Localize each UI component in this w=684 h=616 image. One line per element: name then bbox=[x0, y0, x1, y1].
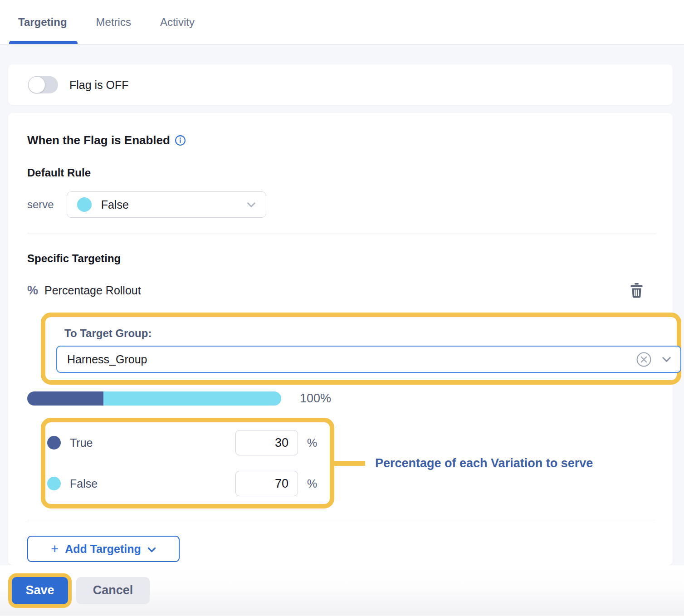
serve-label: serve bbox=[27, 198, 54, 211]
bar-segment-true bbox=[27, 391, 103, 406]
default-rule-heading: Default Rule bbox=[27, 166, 656, 179]
percentage-rollout-header: % Percentage Rollout bbox=[27, 283, 656, 298]
trash-icon[interactable] bbox=[630, 283, 643, 298]
percent-icon: % bbox=[27, 284, 38, 298]
info-icon[interactable] bbox=[175, 135, 186, 146]
divider bbox=[27, 234, 656, 234]
percentage-rollout-title: Percentage Rollout bbox=[44, 284, 141, 297]
target-group-label: To Target Group: bbox=[64, 327, 668, 340]
cancel-button[interactable]: Cancel bbox=[76, 577, 150, 604]
variation-false-name: False bbox=[70, 477, 98, 490]
variation-true-dot bbox=[47, 436, 61, 450]
tab-targeting[interactable]: Targeting bbox=[18, 0, 67, 44]
percent-sign: % bbox=[307, 477, 319, 490]
variations-highlight-box: True % False % bbox=[41, 418, 334, 508]
divider bbox=[27, 520, 656, 520]
target-group-value: Harness_Group bbox=[67, 353, 147, 366]
annotation-connector-line bbox=[334, 461, 365, 466]
clear-selection-icon[interactable] bbox=[636, 352, 652, 367]
variation-false-dot bbox=[47, 477, 61, 490]
save-button[interactable]: Save bbox=[12, 577, 68, 604]
when-flag-enabled-heading: When the Flag is Enabled bbox=[27, 133, 656, 147]
default-variation-value: False bbox=[101, 198, 129, 211]
plus-icon: + bbox=[51, 543, 59, 556]
variation-color-dot bbox=[77, 197, 92, 212]
variations-annotation-row: True % False % Percentage of each Variat… bbox=[27, 406, 656, 508]
flag-state-card: Flag is OFF bbox=[8, 64, 673, 105]
default-rule-row: serve False bbox=[27, 191, 656, 218]
add-targeting-label: Add Targeting bbox=[65, 543, 141, 556]
target-group-select[interactable]: Harness_Group bbox=[56, 346, 681, 373]
weight-distribution-bar bbox=[27, 391, 281, 406]
variation-annotation-text: Percentage of each Variation to serve bbox=[375, 456, 593, 470]
tab-metrics[interactable]: Metrics bbox=[96, 0, 131, 44]
flag-toggle-knob bbox=[28, 76, 45, 93]
chevron-down-icon bbox=[147, 547, 156, 552]
add-targeting-button[interactable]: + Add Targeting bbox=[27, 536, 180, 562]
variation-row-true: True % bbox=[45, 429, 330, 457]
total-percentage-label: 100% bbox=[300, 391, 331, 406]
action-footer: Save Cancel bbox=[0, 565, 684, 616]
save-highlight-ring: Save bbox=[8, 573, 72, 608]
flag-state-label: Flag is OFF bbox=[69, 78, 129, 92]
targeting-card: When the Flag is Enabled Default Rule se… bbox=[8, 113, 673, 565]
tab-bar: Targeting Metrics Activity bbox=[0, 0, 684, 44]
variation-false-weight-input[interactable] bbox=[235, 471, 298, 496]
bar-segment-false bbox=[103, 391, 281, 406]
variation-row-false: False % bbox=[45, 469, 330, 498]
weight-distribution-row: 100% bbox=[27, 391, 656, 406]
variation-true-name: True bbox=[70, 436, 93, 450]
flag-toggle[interactable] bbox=[28, 76, 58, 93]
chevron-down-icon bbox=[247, 202, 256, 208]
tab-activity[interactable]: Activity bbox=[160, 0, 195, 44]
when-flag-enabled-title: When the Flag is Enabled bbox=[27, 133, 170, 147]
target-group-highlight-box: To Target Group: Harness_Group bbox=[41, 313, 681, 385]
specific-targeting-heading: Specific Targeting bbox=[27, 252, 656, 265]
variation-true-weight-input[interactable] bbox=[235, 430, 298, 455]
default-variation-select[interactable]: False bbox=[67, 191, 266, 218]
chevron-down-icon[interactable] bbox=[662, 357, 671, 362]
percent-sign: % bbox=[307, 436, 319, 450]
